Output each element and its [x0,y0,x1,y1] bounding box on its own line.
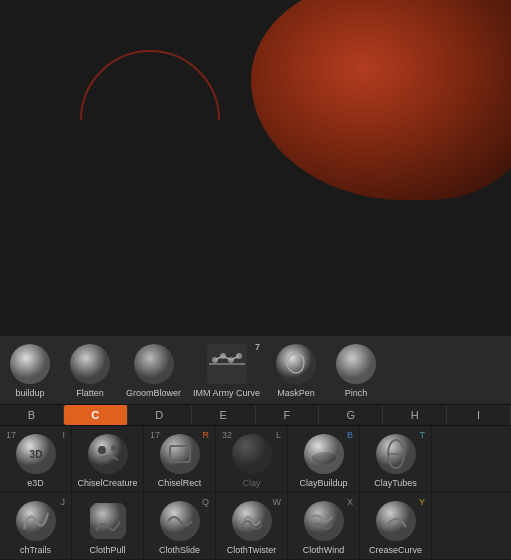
clay-letter: L [276,430,281,440]
chiselrect-label: ChiselRect [158,478,202,488]
alpha-C[interactable]: C [64,405,128,425]
e3d-label: e3D [27,478,44,488]
brush-grid-row-1: 17 I 3D e3D ChiselCr [0,426,511,493]
creasecurve-letter: Y [419,497,425,507]
brush-panel: buildup Flatten GroomBlower 7 [0,336,511,560]
brush-item-maskpen[interactable]: MaskPen [266,338,326,402]
brush-item-imm-army-curve[interactable]: 7 IMM Army Curve [187,338,266,402]
imm-badge: 7 [255,342,260,352]
svg-point-9 [276,344,316,384]
brush-cell-e3d[interactable]: 17 I 3D e3D [0,426,72,492]
brush-cell-clothpull[interactable]: ClothPull [72,493,144,559]
clothslide-label: ClothSlide [159,545,200,555]
clay-icon [230,432,274,476]
clothslide-icon [158,499,202,543]
brush-cell-clothwind[interactable]: X ClothWind [288,493,360,559]
alpha-B[interactable]: B [0,405,64,425]
flatten-label: Flatten [76,388,104,398]
clothslide-letter: Q [202,497,209,507]
chiselrect-letter: R [203,430,210,440]
clothwind-label: ClothWind [303,545,345,555]
svg-point-1 [70,344,110,384]
svg-point-15 [111,445,117,451]
alpha-I[interactable]: I [447,405,511,425]
alphabet-row: B C D E F G H I [0,405,511,426]
claybuildup-letter: B [347,430,353,440]
clothpull-icon [86,499,130,543]
claytubes-icon [374,432,418,476]
creasecurve-icon [374,499,418,543]
arc-outline [80,50,220,190]
clothpull-label: ClothPull [89,545,125,555]
svg-point-0 [10,344,50,384]
brush-cell-claytubes[interactable]: T ClayTubes [360,426,432,492]
brush-cell-chtrails[interactable]: J chTrails [0,493,72,559]
e3d-number: 17 [6,430,16,440]
pinch-label: Pinch [345,388,368,398]
brush-item-groomblower[interactable]: GroomBlower [120,338,187,402]
chtrails-icon [14,499,58,543]
claybuildup-icon [302,432,346,476]
imm-label: IMM Army Curve [193,388,260,398]
svg-point-20 [312,452,336,464]
svg-point-13 [88,434,128,474]
maskpen-label: MaskPen [277,388,315,398]
svg-point-10 [336,344,376,384]
e3d-letter: I [62,430,65,440]
brush-cell-clothtwister[interactable]: W ClothTwister [216,493,288,559]
creasecurve-label: CreaseCurve [369,545,422,555]
top-brush-row: buildup Flatten GroomBlower 7 [0,336,511,405]
chiselcreature-icon [86,432,130,476]
chtrails-label: chTrails [20,545,51,555]
clothwind-icon [302,499,346,543]
svg-point-16 [160,434,200,474]
svg-text:3D: 3D [29,449,42,460]
alpha-G[interactable]: G [319,405,383,425]
brush-cell-clay[interactable]: 32 L Clay [216,426,288,492]
brush-cell-claybuildup[interactable]: B ClayBuildup [288,426,360,492]
alpha-F[interactable]: F [256,405,320,425]
brush-cell-clothslide[interactable]: Q ClothSlide [144,493,216,559]
svg-point-29 [376,501,416,541]
chtrails-letter: J [61,497,66,507]
alpha-H[interactable]: H [383,405,447,425]
buildup-icon [8,342,52,386]
chiselrect-icon [158,432,202,476]
flatten-icon [68,342,112,386]
clothtwister-letter: W [273,497,282,507]
clothtwister-label: ClothTwister [227,545,277,555]
claytubes-label: ClayTubes [374,478,417,488]
alpha-D[interactable]: D [128,405,192,425]
clay-number: 32 [222,430,232,440]
clothwind-letter: X [347,497,353,507]
brush-cell-creasecurve[interactable]: Y CreaseCurve [360,493,432,559]
brush-cell-chiselrect[interactable]: 17 R ChiselRect [144,426,216,492]
svg-point-14 [98,446,106,454]
claybuildup-label: ClayBuildup [299,478,347,488]
svg-point-2 [134,344,174,384]
clay-label: Clay [242,478,260,488]
brush-item-buildup[interactable]: buildup [0,338,60,402]
pinch-icon [334,342,378,386]
alpha-E[interactable]: E [192,405,256,425]
groomblower-icon [132,342,176,386]
brush-cell-chiselcreature[interactable]: ChiselCreature [72,426,144,492]
groomblower-label: GroomBlower [126,388,181,398]
chiselcreature-label: ChiselCreature [77,478,137,488]
buildup-label: buildup [15,388,44,398]
brush-item-flatten[interactable]: Flatten [60,338,120,402]
e3d-icon: 3D [14,432,58,476]
brush-grid-row-2: J chTrails ClothPull Q [0,493,511,560]
svg-rect-25 [90,503,126,539]
chiselrect-number: 17 [150,430,160,440]
claytubes-letter: T [420,430,426,440]
imm-icon [205,342,249,386]
brush-item-pinch[interactable]: Pinch [326,338,386,402]
3d-shape [251,0,511,200]
clothtwister-icon [230,499,274,543]
maskpen-icon [274,342,318,386]
svg-point-18 [232,434,272,474]
